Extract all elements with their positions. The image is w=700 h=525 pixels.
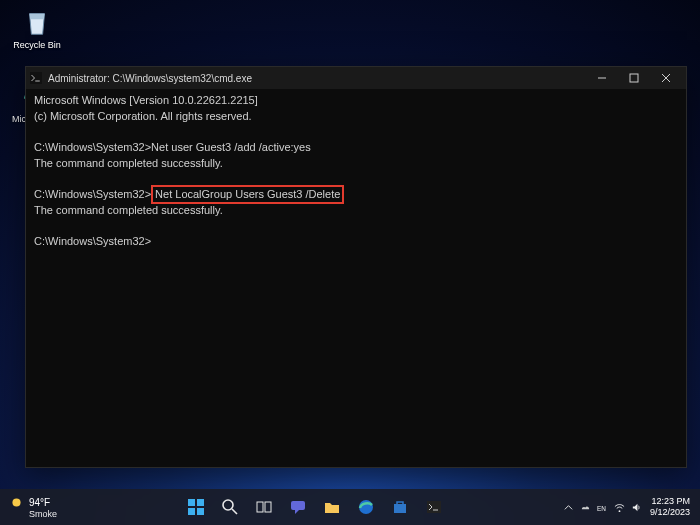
- console-prompt: C:\Windows\System32: [34, 188, 151, 200]
- console-result1: The command completed successfully.: [34, 157, 223, 169]
- terminal-taskbar-button[interactable]: [419, 492, 449, 522]
- explorer-button[interactable]: [317, 492, 347, 522]
- taskbar: 94°F Smoke EN: [0, 489, 700, 525]
- volume-icon: [631, 502, 642, 513]
- taskbar-right: EN 12:23 PM 9/12/2023: [500, 496, 700, 518]
- svg-rect-9: [257, 502, 263, 512]
- weather-temp: 94°F: [29, 497, 50, 508]
- onedrive-icon: [580, 502, 591, 513]
- console-header2: (c) Microsoft Corporation. All rights re…: [34, 110, 252, 122]
- svg-point-8: [223, 500, 233, 510]
- store-button[interactable]: [385, 492, 415, 522]
- system-tray[interactable]: EN: [563, 502, 642, 513]
- recycle-bin-label: Recycle Bin: [13, 40, 61, 50]
- svg-point-3: [12, 498, 20, 506]
- weather-widget[interactable]: 94°F Smoke: [0, 496, 130, 519]
- svg-rect-4: [188, 499, 195, 506]
- console-header1: Microsoft Windows [Version 10.0.22621.22…: [34, 94, 258, 106]
- svg-rect-5: [197, 499, 204, 506]
- console-output[interactable]: Microsoft Windows [Version 10.0.22621.22…: [26, 89, 686, 467]
- titlebar[interactable]: Administrator: C:\Windows\system32\cmd.e…: [26, 67, 686, 89]
- console-result2: The command completed successfully.: [34, 204, 223, 216]
- svg-point-16: [619, 510, 621, 512]
- chevron-up-icon: [563, 502, 574, 513]
- svg-text:EN: EN: [597, 505, 606, 512]
- svg-rect-2: [630, 74, 638, 82]
- wifi-icon: [614, 502, 625, 513]
- taskbar-center: [181, 492, 449, 522]
- window-title: Administrator: C:\Windows\system32\cmd.e…: [48, 73, 586, 84]
- svg-rect-7: [197, 508, 204, 515]
- start-button[interactable]: [181, 492, 211, 522]
- minimize-button[interactable]: [586, 67, 618, 89]
- cmd-window-icon: [30, 72, 42, 84]
- edge-taskbar-button[interactable]: [351, 492, 381, 522]
- clock[interactable]: 12:23 PM 9/12/2023: [650, 496, 690, 518]
- svg-rect-1: [30, 72, 42, 84]
- recycle-bin-icon: [22, 8, 52, 38]
- svg-rect-10: [265, 502, 271, 512]
- close-button[interactable]: [650, 67, 682, 89]
- svg-rect-11: [291, 501, 305, 510]
- language-icon: EN: [597, 502, 608, 513]
- svg-rect-14: [427, 501, 441, 513]
- weather-icon: [10, 496, 23, 509]
- svg-rect-13: [394, 504, 406, 513]
- console-prompt: C:\Windows\System32: [34, 235, 151, 247]
- clock-date: 9/12/2023: [650, 507, 690, 518]
- console-prompt: C:\Windows\System32: [34, 141, 151, 153]
- cmd-window: Administrator: C:\Windows\system32\cmd.e…: [25, 66, 687, 468]
- console-cmd1: Net user Guest3 /add /active:yes: [151, 141, 311, 153]
- recycle-bin-desktop-icon[interactable]: Recycle Bin: [8, 8, 66, 50]
- highlighted-command: Net LocalGroup Users Guest3 /Delete: [151, 185, 344, 204]
- chat-button[interactable]: [283, 492, 313, 522]
- maximize-button[interactable]: [618, 67, 650, 89]
- search-button[interactable]: [215, 492, 245, 522]
- task-view-button[interactable]: [249, 492, 279, 522]
- weather-desc: Smoke: [29, 509, 130, 519]
- clock-time: 12:23 PM: [651, 496, 690, 507]
- svg-rect-6: [188, 508, 195, 515]
